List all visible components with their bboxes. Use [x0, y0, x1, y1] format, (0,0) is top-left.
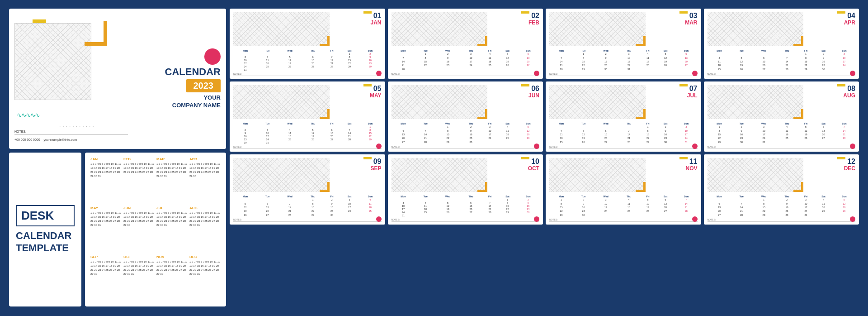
calendar-day: 25 [278, 138, 302, 141]
calendar-day: 28 [833, 136, 855, 140]
month-red-dot [534, 216, 539, 222]
month-card-aug: 08AUGMonTueWedThuFriSatSun12345678910111… [704, 81, 859, 152]
calendar-day: 28 [278, 213, 302, 217]
calendar-day [594, 213, 618, 217]
calendar-day: 10 [460, 56, 482, 59]
cover-gold-bracket [85, 21, 107, 46]
calendar-day: 22 [573, 63, 594, 67]
calendar-day: 15 [498, 204, 517, 207]
calendar-day [460, 214, 482, 217]
calendar-day: 19 [573, 136, 594, 140]
calendar-day: 25 [498, 136, 517, 140]
calendar-day: 8 [498, 201, 517, 204]
month-gold-bracket [477, 36, 487, 46]
calendar-day: 22 [498, 207, 517, 211]
calendar-day: 13 [594, 133, 618, 136]
cover-pink-circle [204, 48, 221, 65]
month-header-area: 05MAY [233, 85, 382, 119]
month-header-area: 11NOV [549, 158, 698, 192]
month-header-text: 09SEP [330, 158, 382, 171]
calendar-day: 17 [833, 60, 855, 63]
calendar-day: 3 [233, 55, 257, 58]
calendar-day: 7 [549, 56, 573, 59]
month-header-text: 08AUG [803, 85, 855, 98]
calendar-day [482, 214, 498, 217]
month-number: 01 [373, 12, 382, 19]
calendar-day: 5 [731, 56, 751, 59]
calendar-day [549, 125, 573, 129]
calendar-day: 18 [415, 207, 435, 211]
calendar-day: 31 [392, 214, 415, 217]
month-name: OCT [528, 166, 539, 171]
calendar-day: 25 [618, 209, 640, 213]
year-month-dec: DEC 1 2 3 4 5 6 7 8 9 10 11 12 13 14 15 … [189, 255, 221, 302]
calendar-day: 14 [731, 206, 751, 209]
calendar-day: 4 [814, 198, 833, 201]
calendar-day: 24 [340, 209, 359, 213]
calendar-day: 3 [798, 198, 814, 201]
calendar-day: 8 [359, 128, 381, 131]
calendar-day: 13 [708, 206, 731, 209]
calendar-day: 28 [776, 67, 798, 71]
calendar-day: 28 [731, 213, 751, 217]
calendar-day: 30 [460, 140, 482, 144]
calendar-day: 28 [392, 67, 415, 71]
cover-phone: +00 000 000 0000 [14, 138, 40, 141]
month-name: JUL [687, 93, 698, 98]
calendar-day: 25 [708, 67, 731, 71]
calendar-day: 5 [436, 201, 460, 204]
calendar-day: 6 [708, 201, 731, 205]
calendar-day: 15 [798, 60, 814, 63]
calendar-day: 11 [618, 201, 640, 205]
cover-photo-placeholder [14, 23, 91, 100]
calendar-day: 25 [549, 140, 573, 144]
month-photo-placeholder [549, 12, 646, 46]
calendar-day: 11 [549, 133, 573, 136]
calendar-day: 27 [257, 213, 278, 217]
calendar-day: 20 [392, 136, 415, 140]
calendar-day: 12 [656, 56, 675, 59]
year-month-header-apr: APR [189, 157, 221, 161]
calendar-day: 12 [436, 204, 460, 207]
calendar-day: 11 [498, 129, 517, 132]
calendar-day [278, 52, 302, 55]
calendar-day: 22 [302, 209, 324, 213]
month-number: 05 [373, 85, 382, 92]
calendar-day: 28 [482, 211, 498, 214]
month-notes: NOTES: [392, 145, 540, 149]
calendar-day: 9 [436, 56, 460, 59]
calendar-day: 19 [798, 133, 814, 136]
calendar-day: 13 [675, 56, 697, 59]
calendar-day: 6 [675, 52, 697, 56]
calendar-day: 3 [618, 52, 640, 56]
month-name: NOV [685, 166, 697, 171]
calendar-day: 14 [618, 133, 640, 136]
calendar-day [392, 52, 415, 56]
calendar-day: 7 [833, 125, 855, 129]
calendar-day: 28 [549, 67, 573, 71]
calendar-day: 16 [436, 60, 460, 63]
calendar-day: 20 [814, 133, 833, 136]
calendar-day: 30 [731, 140, 751, 144]
month-header-text: 01JAN [330, 12, 382, 25]
month-photo-placeholder [549, 85, 646, 119]
calendar-day: 19 [278, 62, 302, 65]
month-card-dec: 12DECMonTueWedThuFriSatSun12345678910111… [704, 154, 859, 225]
calendar-day [302, 68, 324, 71]
month-card-jan: 01JANMonTueWedThuFriSatSun12345678910111… [230, 9, 385, 79]
calendar-day: 17 [257, 134, 278, 138]
calendar-day: 15 [573, 60, 594, 63]
calendar-day: 1 [340, 52, 359, 55]
month-card-jun: 06JUNMonTueWedThuFriSatSun12345678910111… [388, 81, 543, 152]
bottom-panels: DESK CALENDAR TEMPLATE JAN 1 2 3 4 5 6 7… [9, 153, 226, 306]
year-month-header-jul: JUL [156, 206, 188, 210]
calendar-day [482, 198, 498, 201]
calendar-day [415, 214, 435, 217]
calendar-day [656, 213, 675, 217]
calendar-day: 1 [302, 198, 324, 201]
month-photo-placeholder [233, 158, 330, 192]
month-header-text: 03MAR [646, 12, 698, 25]
calendar-day: 30 [517, 211, 539, 214]
calendar-day [302, 125, 324, 128]
calendar-day: 27 [302, 65, 324, 68]
